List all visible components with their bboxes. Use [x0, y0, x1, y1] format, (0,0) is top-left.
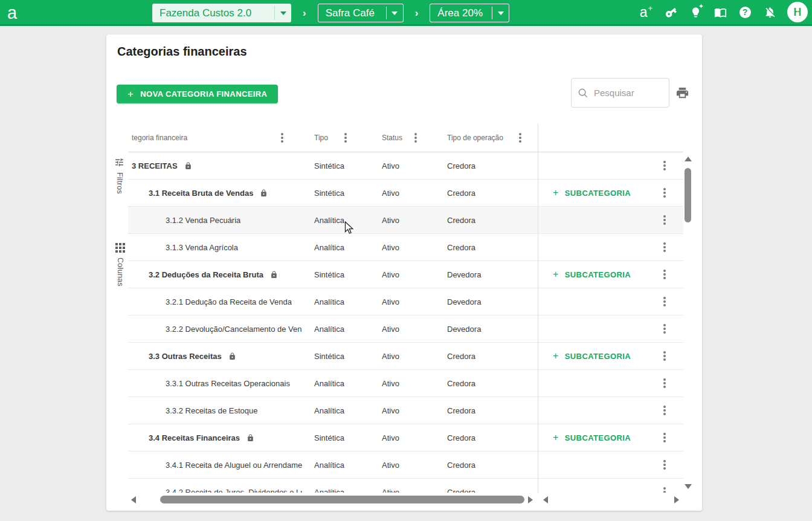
table-row[interactable]: 3.4 Receitas Financeiras Sintética Ativo…: [128, 424, 683, 451]
vertical-scrollbar[interactable]: [683, 153, 693, 493]
cell-actions: + SUBCATEGORIA: [538, 180, 683, 206]
scroll-down-arrow[interactable]: [685, 484, 692, 489]
season-select[interactable]: Safra Café: [318, 4, 404, 22]
cell-operation: Credora: [435, 451, 538, 478]
row-menu-icon[interactable]: [663, 273, 666, 276]
header-cell-type: Tipo: [302, 124, 370, 152]
table-row[interactable]: 3.2.1 Dedução da Receita de Venda Analít…: [128, 288, 683, 316]
cell-category: 3.4.2 Receita de Juros, Dividendos e Luc…: [128, 479, 302, 493]
brand-logo-icon[interactable]: a: [7, 1, 17, 25]
table-row[interactable]: 3.3.1 Outras Receitas Operacionais Analí…: [128, 370, 683, 397]
help-icon[interactable]: ?: [738, 5, 752, 19]
plus-icon: +: [553, 432, 559, 443]
row-menu-icon[interactable]: [663, 300, 666, 303]
row-menu-icon[interactable]: [663, 355, 666, 357]
table-row[interactable]: 3 RECEITAS Sintética Ativo Credora: [128, 152, 683, 180]
table-row[interactable]: 3.4.2 Receita de Juros, Dividendos e Luc…: [128, 479, 683, 493]
table-row[interactable]: 3.2.2 Devolução/Cancelamento de Venda An…: [128, 316, 683, 343]
row-menu-icon[interactable]: [663, 382, 666, 384]
scroll-left-arrow[interactable]: [543, 496, 548, 503]
notifications-off-icon[interactable]: [762, 5, 777, 19]
chevron-down-icon[interactable]: [387, 4, 403, 22]
cell-operation: Credora: [435, 424, 538, 451]
horizontal-scrollbar-thumb[interactable]: [160, 496, 524, 503]
column-menu-icon[interactable]: [344, 137, 347, 139]
header-operation-label: Tipo de operação: [447, 134, 503, 142]
row-menu-icon[interactable]: [663, 464, 666, 466]
cell-type: Analítica: [302, 288, 370, 315]
table-row[interactable]: 3.3.2 Receitas de Estoque Analítica Ativ…: [128, 397, 683, 424]
row-menu-icon[interactable]: [663, 409, 666, 412]
book-icon[interactable]: [713, 5, 727, 19]
sidebar-tab-filters[interactable]: Filtros: [114, 157, 124, 194]
table-row[interactable]: 3.2 Deduções da Receita Bruta Sintética …: [128, 261, 683, 288]
scroll-right-arrow[interactable]: [528, 496, 533, 503]
area-select[interactable]: Área 20%: [430, 4, 509, 22]
cell-actions: [538, 370, 683, 396]
cell-operation: Devedora: [435, 316, 538, 342]
row-menu-icon[interactable]: [663, 219, 666, 221]
add-subcategory-button[interactable]: + SUBCATEGORIA: [553, 269, 631, 280]
area-select-label: Área 20%: [430, 4, 492, 22]
key-icon[interactable]: [663, 5, 678, 19]
add-subcategory-button[interactable]: + SUBCATEGORIA: [553, 351, 631, 361]
scroll-up-arrow[interactable]: [685, 157, 692, 161]
table-row[interactable]: 3.4.1 Receita de Aluguel ou Arrendamento…: [128, 451, 683, 479]
new-category-button[interactable]: + NOVA CATEGORIA FINANCEIRA: [117, 85, 278, 103]
table-header: tegoria financeira Tipo Status Tipo de o…: [128, 124, 683, 152]
cell-status: Ativo: [370, 343, 435, 369]
cell-actions: [538, 207, 683, 233]
content-card: Categorias financeiras + NOVA CATEGORIA …: [106, 34, 702, 511]
header-cell-actions: [538, 124, 683, 152]
lock-icon: [246, 434, 254, 442]
table-row[interactable]: 3.1.3 Venda Agrícola Analítica Ativo Cre…: [128, 234, 683, 261]
chevron-down-icon[interactable]: [492, 4, 509, 22]
sidebar-tab-columns[interactable]: Colunas: [115, 243, 125, 286]
aegro-plus-icon[interactable]: a+: [639, 5, 653, 19]
cell-category: 3.2.2 Devolução/Cancelamento de Venda: [128, 316, 302, 342]
cell-category: 3.4 Receitas Financeiras: [128, 424, 302, 451]
user-avatar[interactable]: H: [787, 2, 808, 22]
cell-type: Analítica: [302, 370, 370, 396]
cell-type: Sintética: [302, 261, 370, 288]
column-menu-icon[interactable]: [414, 137, 417, 139]
scroll-right-arrow[interactable]: [674, 496, 679, 503]
category-label: 3.4.1 Receita de Aluguel ou Arrendamento: [166, 461, 302, 470]
cell-operation: Credora: [435, 152, 538, 179]
row-menu-icon[interactable]: [663, 246, 666, 248]
add-subcategory-label: SUBCATEGORIA: [565, 433, 631, 442]
row-menu-icon[interactable]: [663, 328, 666, 330]
lock-icon: [260, 189, 268, 197]
add-subcategory-button[interactable]: + SUBCATEGORIA: [553, 432, 631, 443]
cell-category: 3.2 Deduções da Receita Bruta: [128, 261, 302, 288]
category-label: 3.1.2 Venda Pecuária: [166, 216, 240, 225]
horizontal-scrollbar-main[interactable]: [128, 495, 538, 505]
add-subcategory-button[interactable]: + SUBCATEGORIA: [553, 187, 631, 198]
row-menu-icon[interactable]: [663, 164, 666, 167]
table-row[interactable]: 3.1 Receita Bruta de Vendas Sintética At…: [128, 180, 683, 207]
print-icon[interactable]: [675, 86, 690, 100]
cell-operation: Credora: [435, 397, 538, 424]
column-menu-icon[interactable]: [519, 137, 521, 139]
table-row[interactable]: 3.1.2 Venda Pecuária Analítica Ativo Cre…: [128, 207, 683, 234]
lightbulb-idea-icon[interactable]: ✦: [688, 5, 703, 19]
cell-type: Analítica: [302, 397, 370, 424]
chevron-down-icon[interactable]: [275, 4, 291, 22]
table-row[interactable]: 3.3 Outras Receitas Sintética Ativo Cred…: [128, 343, 683, 370]
column-menu-icon[interactable]: [281, 137, 283, 139]
row-menu-icon[interactable]: [663, 491, 666, 493]
row-menu-icon[interactable]: [663, 436, 666, 439]
farm-select[interactable]: Fazenda Custos 2.0: [152, 4, 291, 22]
category-label: 3.2.1 Dedução da Receita de Venda: [166, 297, 292, 306]
cell-actions: + SUBCATEGORIA: [538, 261, 683, 288]
search-input[interactable]: [593, 87, 662, 99]
row-menu-icon[interactable]: [663, 192, 666, 194]
scroll-left-arrow[interactable]: [131, 496, 136, 503]
cell-type: Analítica: [302, 451, 370, 478]
plus-icon: +: [553, 269, 559, 280]
add-subcategory-label: SUBCATEGORIA: [565, 270, 631, 279]
breadcrumb-chevron-icon: ›: [415, 7, 419, 19]
new-category-button-label: NOVA CATEGORIA FINANCEIRA: [140, 89, 267, 99]
horizontal-scrollbar-pinned[interactable]: [538, 495, 683, 505]
vertical-scrollbar-thumb[interactable]: [685, 168, 691, 222]
